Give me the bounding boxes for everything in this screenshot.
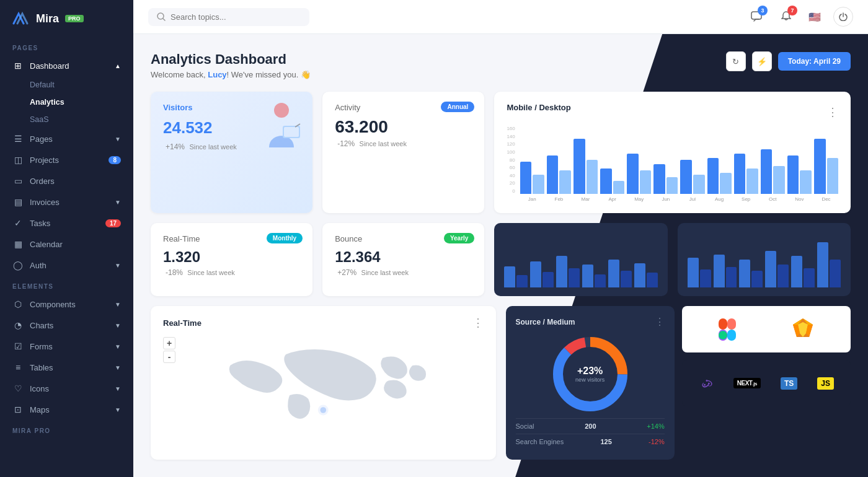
sidebar-item-orders[interactable]: ▭ Orders — [0, 170, 133, 191]
sidebar-item-pages-label: Pages — [30, 134, 53, 144]
bounce-label: Bounce — [335, 234, 362, 243]
chevron-down-icon: ▼ — [115, 136, 121, 142]
x-axis: Jan Feb Mar Apr May Jun Jul Aug Sep Oct — [520, 196, 838, 202]
icons-icon: ♡ — [12, 383, 24, 393]
sketch-icon — [792, 317, 814, 342]
sidebar-item-dashboard[interactable]: ⊞ Dashboard ▲ — [0, 55, 133, 76]
chevron-tables-icon: ▼ — [115, 364, 121, 371]
figma-sketch-card — [682, 306, 851, 352]
map-controls: + - — [163, 337, 175, 363]
donut-label: new visitors — [575, 377, 604, 383]
sidebar-item-auth-label: Auth — [30, 261, 46, 270]
page-actions: ↻ ⚡ Today: April 29 — [726, 51, 851, 71]
charts-icon: ◔ — [12, 320, 24, 330]
sidebar-sub-analytics[interactable]: Analytics — [30, 94, 133, 111]
source-title: Source / Medium — [516, 318, 575, 326]
realtime-value: 1.320 — [163, 248, 300, 266]
donut-percentage: +23% — [575, 365, 604, 377]
sidebar-item-invoices[interactable]: ▤ Invoices ▼ — [0, 191, 133, 212]
sidebar-item-tasks[interactable]: ✓ Tasks 17 — [0, 212, 133, 234]
sidebar-item-calendar-label: Calendar — [30, 240, 63, 249]
svg-point-8 — [318, 405, 329, 416]
sidebar-sub-saas[interactable]: SaaS — [30, 111, 133, 128]
bounce-badge: Yearly — [444, 233, 474, 243]
dashboard-submenu: Default Analytics SaaS — [0, 76, 133, 128]
source-row-search: Search Engines 125 -12% — [516, 434, 665, 449]
activity-value: 63.200 — [335, 117, 472, 137]
mobile-desktop-card: Mobile / Desktop ⋮ 160140120100806040200 — [494, 92, 851, 213]
flag-avatar[interactable]: 🇺🇸 — [806, 8, 823, 25]
tasks-icon: ✓ — [12, 218, 24, 228]
sidebar-sub-default[interactable]: Default — [30, 76, 133, 94]
svg-line-1 — [163, 19, 165, 20]
sidebar-item-charts[interactable]: ◔ Charts ▼ — [0, 315, 133, 336]
filter-button[interactable]: ⚡ — [752, 51, 772, 71]
realtime-card: Real-Time Monthly 1.320 -18% Since last … — [151, 223, 312, 296]
search-input[interactable] — [170, 12, 294, 22]
projects-icon: ◫ — [12, 155, 24, 165]
redux-icon — [699, 375, 714, 392]
sidebar-item-tables[interactable]: ≡ Tables ▼ — [0, 357, 133, 378]
sidebar-item-calendar[interactable]: ▦ Calendar — [0, 234, 133, 255]
mobile-desktop-menu[interactable]: ⋮ — [827, 105, 838, 119]
bar-chart — [520, 126, 838, 194]
sidebar-item-projects[interactable]: ◫ Projects 8 — [0, 149, 133, 170]
sidebar-item-components[interactable]: ⬡ Components ▼ — [0, 294, 133, 315]
map-zoom-out[interactable]: - — [163, 351, 175, 363]
social-change: +14% — [647, 422, 664, 430]
pro-badge: PRO — [65, 15, 84, 22]
chevron-up-icon: ▲ — [115, 63, 121, 69]
sidebar-item-pages[interactable]: ☰ Pages ▼ — [0, 128, 133, 149]
realtime-map-menu[interactable]: ⋮ — [472, 316, 484, 330]
search-icon — [157, 12, 166, 21]
sidebar: Mira PRO PAGES ⊞ Dashboard ▲ Default Ana… — [0, 0, 133, 477]
today-button[interactable]: Today: April 29 — [778, 52, 851, 71]
map-zoom-in[interactable]: + — [163, 337, 175, 349]
bell-button[interactable]: 7 — [776, 7, 796, 27]
power-icon — [839, 12, 848, 21]
figma-icon — [719, 318, 736, 341]
sidebar-item-icons[interactable]: ♡ Icons ▼ — [0, 378, 133, 399]
social-value: 200 — [585, 422, 596, 430]
sidebar-item-components-label: Components — [30, 300, 76, 309]
chevron-maps-icon: ▼ — [115, 406, 121, 413]
mobile-desktop-title: Mobile / Desktop — [507, 103, 570, 112]
logo-icon — [12, 11, 31, 26]
sidebar-item-maps[interactable]: ⊡ Maps ▼ — [0, 399, 133, 420]
sidebar-item-tasks-label: Tasks — [30, 219, 50, 228]
redux-svg — [699, 375, 714, 390]
sidebar-item-orders-label: Orders — [30, 177, 55, 186]
visitors-illustration — [257, 98, 306, 156]
chat-button[interactable]: 3 — [746, 7, 766, 27]
tables-icon: ≡ — [12, 362, 24, 372]
search-engines-value: 125 — [600, 438, 611, 445]
social-label: Social — [516, 422, 534, 430]
power-button[interactable] — [833, 7, 853, 27]
invoices-icon: ▤ — [12, 197, 24, 207]
svg-rect-5 — [284, 127, 299, 137]
bottom-row: Real-Time ⋮ + - — [151, 306, 851, 460]
source-menu[interactable]: ⋮ — [655, 316, 665, 328]
components-icon: ⬡ — [12, 299, 24, 309]
logo-area: Mira PRO — [0, 0, 133, 37]
chevron-components-icon: ▼ — [115, 301, 121, 308]
sidebar-item-invoices-label: Invoices — [30, 198, 60, 207]
header: 3 7 🇺🇸 — [133, 0, 868, 34]
visitors-card: Visitors 24.532 +14% Since last week — [151, 92, 312, 213]
elements-section-label: ELEMENTS — [0, 276, 133, 294]
sidebar-item-auth[interactable]: ◯ Auth ▼ — [0, 255, 133, 276]
maps-icon: ⊡ — [12, 405, 24, 414]
svg-rect-16 — [727, 330, 736, 341]
search-box[interactable] — [148, 8, 309, 26]
sidebar-item-forms[interactable]: ☑ Forms ▼ — [0, 336, 133, 357]
page-header: Analytics Dashboard Welcome back, Lucy! … — [151, 51, 851, 79]
chevron-auth-icon: ▼ — [115, 262, 121, 269]
nextjs-icon: NEXT.js — [733, 378, 761, 388]
main-area: 3 7 🇺🇸 — [133, 0, 868, 477]
search-engines-change: -12% — [649, 438, 665, 445]
content: Analytics Dashboard Welcome back, Lucy! … — [133, 34, 868, 477]
refresh-button[interactable]: ↻ — [726, 51, 746, 71]
projects-badge: 8 — [108, 156, 121, 164]
donut-chart: +23% new visitors — [550, 334, 631, 414]
y-axis: 160140120100806040200 — [507, 126, 517, 194]
